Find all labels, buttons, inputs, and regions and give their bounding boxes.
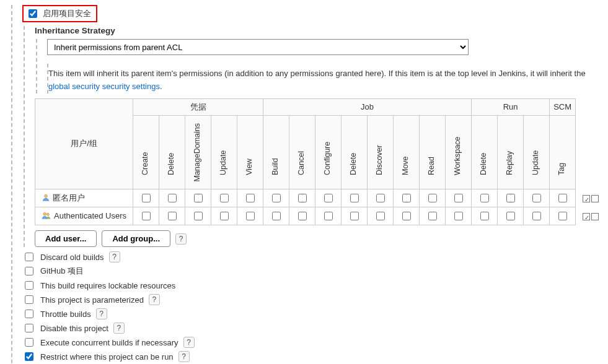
perm-checkbox[interactable] bbox=[142, 212, 151, 220]
option-label-discard: Discard old builds bbox=[40, 253, 104, 262]
option-row-throttle: Throttle builds? bbox=[22, 308, 608, 320]
add-user-button[interactable]: Add user... bbox=[35, 230, 97, 247]
select-all-icon[interactable] bbox=[583, 195, 590, 202]
users-icon bbox=[42, 211, 51, 222]
perm-column-header: Update bbox=[215, 124, 231, 180]
perm-checkbox[interactable] bbox=[402, 212, 411, 220]
option-help-icon[interactable]: ? bbox=[183, 337, 195, 348]
perm-checkbox[interactable] bbox=[506, 212, 515, 220]
perm-checkbox[interactable] bbox=[558, 194, 567, 202]
perm-column-header: Create bbox=[137, 124, 153, 180]
perm-group-header: SCM bbox=[550, 98, 576, 115]
option-label-concurrent: Execute concurrent builds if necessary bbox=[40, 338, 178, 347]
option-checkbox-lockable[interactable] bbox=[25, 281, 33, 290]
option-help-icon[interactable]: ? bbox=[149, 294, 160, 305]
select-all-icon[interactable] bbox=[583, 213, 590, 220]
perm-checkbox[interactable] bbox=[376, 194, 385, 202]
option-label-restrict: Restrict where this project can be run bbox=[40, 352, 174, 362]
option-checkbox-param[interactable] bbox=[25, 295, 33, 304]
perm-column-header: Delete bbox=[345, 124, 361, 180]
perm-checkbox[interactable] bbox=[480, 212, 489, 220]
perm-column-header: Delete bbox=[475, 124, 491, 180]
option-checkbox-restrict[interactable] bbox=[25, 352, 33, 361]
perm-checkbox[interactable] bbox=[428, 194, 437, 202]
perm-checkbox[interactable] bbox=[246, 194, 255, 202]
table-row: 匿名用户 bbox=[35, 189, 606, 207]
table-row: Authenticated Users bbox=[35, 207, 606, 225]
perm-checkbox[interactable] bbox=[220, 212, 229, 220]
option-help-icon[interactable]: ? bbox=[109, 251, 120, 262]
option-checkbox-discard[interactable] bbox=[25, 253, 33, 261]
svg-point-0 bbox=[45, 194, 48, 197]
enable-project-security-highlight: 启用项目安全 bbox=[22, 5, 97, 22]
option-label-throttle: Throttle builds bbox=[40, 310, 91, 319]
inheritance-strategy-title: Inheritance Strategy bbox=[35, 26, 608, 35]
perm-checkbox[interactable] bbox=[558, 212, 567, 220]
perm-checkbox[interactable] bbox=[506, 194, 515, 202]
enable-project-security-checkbox[interactable] bbox=[29, 9, 37, 18]
perm-checkbox[interactable] bbox=[272, 212, 281, 220]
perm-checkbox[interactable] bbox=[220, 194, 229, 202]
permissions-table: 用户/组 凭据JobRunSCM CreateDeleteManageDomai… bbox=[35, 98, 606, 226]
perm-group-header: Run bbox=[472, 98, 550, 115]
perm-checkbox[interactable] bbox=[376, 212, 385, 220]
option-help-icon[interactable]: ? bbox=[113, 323, 125, 334]
perm-column-header: Tag bbox=[553, 124, 570, 180]
user-icon bbox=[42, 193, 50, 204]
user-cell: 匿名用户 bbox=[35, 189, 133, 207]
option-row-param: This project is parameterized? bbox=[22, 293, 608, 306]
perm-column-header: ManageDomains bbox=[189, 118, 205, 187]
clear-all-icon[interactable] bbox=[591, 195, 599, 202]
perm-checkbox[interactable] bbox=[428, 212, 437, 220]
svg-point-1 bbox=[43, 212, 46, 215]
option-row-disable: Disable this project? bbox=[22, 322, 608, 334]
perm-checkbox[interactable] bbox=[194, 212, 203, 220]
perm-checkbox[interactable] bbox=[142, 194, 151, 202]
option-row-lockable: This build requires lockable resources bbox=[22, 279, 608, 292]
perm-checkbox[interactable] bbox=[532, 194, 541, 202]
perm-column-header: Update bbox=[527, 124, 544, 180]
perm-checkbox[interactable] bbox=[480, 194, 489, 202]
option-checkbox-disable[interactable] bbox=[25, 324, 33, 332]
clear-all-icon[interactable] bbox=[591, 213, 599, 220]
option-checkbox-throttle[interactable] bbox=[25, 310, 33, 318]
perm-checkbox[interactable] bbox=[168, 194, 177, 202]
option-label-disable: Disable this project bbox=[40, 324, 108, 333]
perm-checkbox[interactable] bbox=[324, 212, 333, 220]
enable-project-security-label: 启用项目安全 bbox=[43, 8, 91, 19]
inheritance-strategy-select[interactable]: Inherit permissions from parent ACL bbox=[47, 39, 469, 55]
perm-checkbox[interactable] bbox=[324, 194, 333, 202]
option-help-icon[interactable]: ? bbox=[96, 308, 107, 319]
option-label-lockable: This build requires lockable resources bbox=[40, 281, 175, 290]
perm-checkbox[interactable] bbox=[194, 194, 203, 202]
add-group-button[interactable]: Add group... bbox=[102, 230, 170, 247]
option-row-discard: Discard old builds? bbox=[22, 251, 608, 263]
perm-checkbox[interactable] bbox=[298, 212, 307, 220]
perm-column-header: Configure bbox=[319, 124, 335, 180]
option-help-icon[interactable]: ? bbox=[178, 351, 190, 362]
option-row-restrict: Restrict where this project can be run? bbox=[22, 350, 608, 363]
perm-checkbox[interactable] bbox=[298, 194, 307, 202]
perm-checkbox[interactable] bbox=[454, 212, 463, 220]
perm-checkbox[interactable] bbox=[454, 194, 463, 202]
user-group-header: 用户/组 bbox=[35, 98, 133, 189]
svg-point-2 bbox=[46, 213, 49, 215]
perm-checkbox[interactable] bbox=[532, 212, 541, 220]
option-row-concurrent: Execute concurrent builds if necessary? bbox=[22, 336, 608, 349]
option-checkbox-concurrent[interactable] bbox=[25, 338, 33, 347]
perm-column-header: Delete bbox=[163, 124, 179, 180]
perm-checkbox[interactable] bbox=[272, 194, 281, 202]
perm-checkbox[interactable] bbox=[246, 212, 255, 220]
option-label-github: GitHub 项目 bbox=[40, 266, 84, 277]
perm-checkbox[interactable] bbox=[350, 212, 359, 220]
perm-checkbox[interactable] bbox=[402, 194, 411, 202]
perm-column-header: Replay bbox=[501, 124, 518, 180]
inheritance-description: This item will inherit its parent item's… bbox=[47, 64, 608, 93]
perm-checkbox[interactable] bbox=[168, 212, 177, 220]
perm-checkbox[interactable] bbox=[350, 194, 359, 202]
global-security-settings-link[interactable]: global security security settings bbox=[48, 82, 160, 91]
perm-group-header: Job bbox=[263, 98, 472, 115]
permissions-help-icon[interactable]: ? bbox=[175, 233, 187, 245]
option-checkbox-github[interactable] bbox=[25, 267, 33, 275]
perm-column-header: Cancel bbox=[293, 124, 309, 180]
